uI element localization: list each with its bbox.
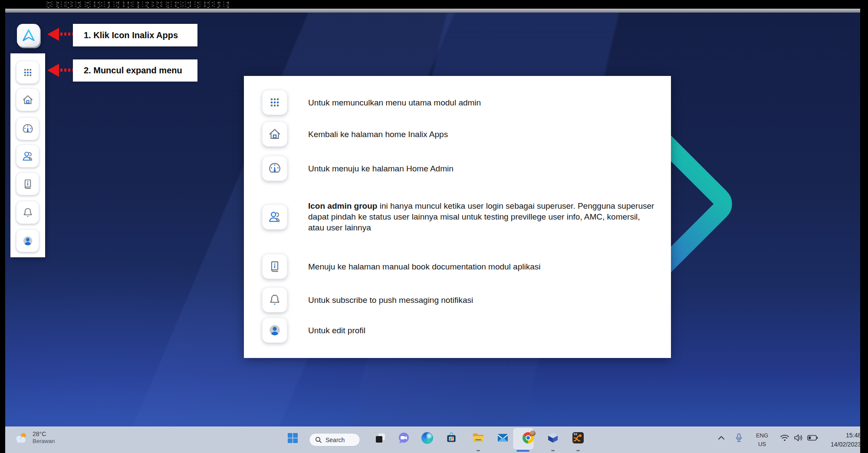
annotation-arrow-2 xyxy=(47,64,59,77)
dashboard-gauge-icon xyxy=(267,161,282,176)
apps-grid-icon-tile xyxy=(262,90,287,115)
help-row-profile: Untuk edit profil xyxy=(262,318,655,343)
notification-bell-icon xyxy=(267,292,282,307)
tray-overflow-button[interactable] xyxy=(713,429,730,446)
manual-book-icon xyxy=(21,177,34,190)
virtualbox-running-indicator xyxy=(551,450,555,451)
x64-app-icon: 64 xyxy=(572,432,584,443)
folder-icon xyxy=(472,432,484,443)
notification-bell-icon xyxy=(21,206,34,219)
help-row-home-admin: Untuk menuju ke halaman Home Admin xyxy=(262,156,655,181)
search-placeholder: Search xyxy=(326,437,345,443)
x64-badge: 64 xyxy=(574,433,577,436)
clock-time: 15:48 xyxy=(812,431,861,440)
help-row-notification: Untuk subscribe to push messaging notifi… xyxy=(262,287,655,312)
edge-icon xyxy=(421,432,433,444)
weather-temperature: 28°C xyxy=(33,430,55,438)
windows-start-icon xyxy=(287,433,298,443)
home-icon-tile xyxy=(262,121,287,147)
speaker-icon xyxy=(794,434,803,442)
microphone-tray-button[interactable] xyxy=(730,429,747,446)
chat-button[interactable] xyxy=(395,429,412,446)
explorer-running-indicator xyxy=(477,450,480,451)
virtualbox-icon xyxy=(547,432,559,443)
clock-widget[interactable]: 15:48 14/02/2023 xyxy=(812,431,861,449)
windows-taskbar: 28°C Berawan Search xyxy=(5,427,860,453)
profile-avatar-icon xyxy=(21,234,34,247)
help-text-bold: Icon admin group xyxy=(308,201,377,210)
help-text: Untuk memunculkan menu utama modul admin xyxy=(308,97,655,108)
search-icon xyxy=(315,437,322,443)
mail-button[interactable] xyxy=(494,429,511,446)
annotation-step1: 1. Klik Icon Inalix Apps xyxy=(73,24,197,46)
chrome-profile-avatar xyxy=(530,430,536,436)
weather-widget[interactable]: 28°C Berawan xyxy=(14,430,55,445)
help-row-admin-group: Icon admin group ini hanya muncul ketika… xyxy=(262,200,655,233)
sidebar-profile-button[interactable] xyxy=(16,229,39,252)
sidebar-home-admin-button[interactable] xyxy=(16,117,39,140)
microsoft-store-button[interactable] xyxy=(443,429,460,446)
help-text: Untuk menuju ke halaman Home Admin xyxy=(308,163,655,174)
home-icon xyxy=(21,93,34,106)
chevron-up-icon xyxy=(718,436,725,440)
manual-book-icon xyxy=(267,259,282,274)
help-row-apps-grid: Untuk memunculkan menu utama modul admin xyxy=(262,90,655,115)
wifi-icon xyxy=(780,434,789,442)
edge-browser-button[interactable] xyxy=(418,429,436,446)
admin-group-icon xyxy=(21,150,34,163)
help-text: Icon admin group ini hanya muncul ketika… xyxy=(308,200,655,233)
weather-cloud-sun-icon xyxy=(14,432,29,444)
dashboard-gauge-icon xyxy=(21,122,34,135)
chrome-running-indicator xyxy=(516,450,529,452)
inalix-apps-logo-icon xyxy=(21,28,36,43)
chat-icon xyxy=(398,432,410,444)
annotation-step1-label: 1. Klik Icon Inalix Apps xyxy=(73,30,178,40)
store-icon xyxy=(446,432,457,443)
chrome-icon xyxy=(523,432,534,443)
help-text: Untuk subscribe to push messaging notifi… xyxy=(308,295,655,305)
help-text: Kembali ke halaman home Inalix Apps xyxy=(308,129,655,140)
dashboard-gauge-icon-tile xyxy=(262,156,287,181)
apps-grid-icon xyxy=(267,95,282,110)
help-row-home: Kembali ke halaman home Inalix Apps xyxy=(262,121,655,147)
profile-avatar-icon xyxy=(267,323,282,338)
virtualbox-button[interactable] xyxy=(544,429,562,446)
sidebar-home-button[interactable] xyxy=(16,88,39,111)
sidebar-manual-book-button[interactable] xyxy=(16,172,39,195)
mail-icon xyxy=(497,433,509,443)
microphone-icon xyxy=(735,433,743,443)
annotation-step2-label: 2. Muncul expand menu xyxy=(73,66,182,76)
task-view-icon xyxy=(375,433,386,443)
profile-avatar-icon-tile xyxy=(262,318,287,343)
expanded-sidebar-menu xyxy=(10,53,45,257)
icon-help-panel: Untuk memunculkan menu utama modul admin… xyxy=(244,76,671,358)
file-explorer-button[interactable] xyxy=(470,429,487,446)
x64-running-indicator xyxy=(576,450,580,451)
weather-condition: Berawan xyxy=(33,438,55,445)
x64dbg-app-button[interactable]: 64 xyxy=(569,429,587,446)
sidebar-admin-group-button[interactable] xyxy=(16,144,39,167)
start-button[interactable] xyxy=(284,429,301,446)
help-row-manual-book: Menuju ke halaman manual book documentat… xyxy=(262,254,655,279)
admin-group-icon-tile xyxy=(262,204,287,230)
chrome-browser-button[interactable] xyxy=(519,429,537,446)
notification-bell-icon-tile xyxy=(262,287,287,312)
language-indicator[interactable]: ENG US xyxy=(751,431,773,449)
admin-group-icon xyxy=(267,210,282,224)
annotation-step2: 2. Muncul expand menu xyxy=(73,59,197,82)
apps-grid-icon xyxy=(21,66,34,79)
help-text: Menuju ke halaman manual book documentat… xyxy=(308,261,655,272)
sidebar-apps-grid-button[interactable] xyxy=(16,61,39,84)
search-box[interactable]: Search xyxy=(309,433,360,446)
sidebar-notification-button[interactable] xyxy=(16,201,39,224)
annotation-arrow-1 xyxy=(47,28,59,41)
language-line2: US xyxy=(751,440,773,449)
home-icon xyxy=(267,127,282,141)
video-noise-artifact xyxy=(43,0,230,8)
clock-date: 14/02/2023 xyxy=(812,440,861,449)
manual-book-icon-tile xyxy=(262,254,287,279)
inalix-apps-button[interactable] xyxy=(17,24,40,47)
help-text: Untuk edit profil xyxy=(308,325,655,336)
task-view-button[interactable] xyxy=(372,429,389,446)
language-line1: ENG xyxy=(751,431,773,440)
